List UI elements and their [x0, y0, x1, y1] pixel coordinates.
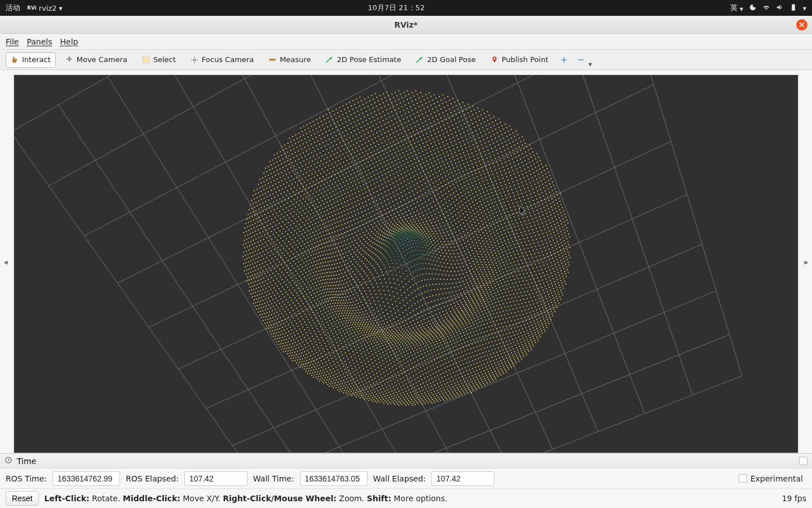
measure-icon — [268, 56, 276, 64]
wall-time-label: Wall Time: — [253, 474, 294, 483]
volume-icon[interactable] — [776, 3, 784, 13]
experimental-checkbox[interactable] — [739, 474, 747, 483]
render-viewport[interactable] — [14, 75, 798, 453]
close-icon — [799, 22, 805, 28]
clock-icon — [5, 456, 12, 466]
svg-rect-4 — [579, 59, 584, 60]
tool-measure-label: Measure — [280, 55, 311, 64]
tool-select-label: Select — [153, 55, 176, 64]
activities-button[interactable]: 活动 — [6, 3, 20, 13]
window-close-button[interactable] — [796, 19, 807, 30]
window-titlebar[interactable]: RViz* — [0, 16, 812, 34]
tool-2d-goal-pose[interactable]: 2D Goal Pose — [411, 52, 480, 68]
tool-interact[interactable]: Interact — [6, 52, 56, 68]
focus-camera-icon — [191, 56, 198, 64]
system-topbar: 活动 RVi rviz2 ▼ 10月7日 21：52 英 ▼ ▼ — [0, 0, 812, 16]
time-panel-toggle-checkbox[interactable] — [799, 457, 807, 465]
ros-time-label: ROS Time: — [6, 474, 47, 483]
ros-time-field[interactable] — [52, 471, 120, 486]
network-icon[interactable] — [762, 3, 770, 13]
tool-goal-pose-label: 2D Goal Pose — [427, 55, 475, 64]
toolbar-overflow-chevron-icon[interactable]: ▼ — [588, 62, 592, 67]
tool-focus-camera-label: Focus Camera — [202, 55, 254, 64]
select-icon — [142, 56, 150, 64]
tool-pose-estimate-label: 2D Pose Estimate — [337, 55, 401, 64]
menu-file[interactable]: File — [6, 37, 19, 46]
view-area: ◂ ▸ — [0, 70, 812, 453]
toolbar-remove-button[interactable] — [575, 54, 587, 66]
wall-elapsed-label: Wall Elapsed: — [373, 474, 426, 483]
tool-move-camera-label: Move Camera — [77, 55, 127, 64]
tool-publish-point-label: Publish Point — [502, 55, 549, 64]
time-panel-title: Time — [17, 457, 36, 466]
time-values-row: ROS Time: ROS Elapsed: Wall Time: Wall E… — [0, 468, 812, 489]
right-dock-handle[interactable]: ▸ — [803, 251, 810, 273]
experimental-label: Experimental — [751, 474, 803, 483]
status-bar: Reset Left-Click: Rotate. Middle-Click: … — [0, 489, 812, 508]
chevron-down-icon: ▼ — [59, 6, 63, 11]
time-panel: Time ROS Time: ROS Elapsed: Wall Time: W… — [0, 453, 812, 489]
interact-icon — [11, 56, 19, 64]
input-method-indicator[interactable]: 英 ▼ — [730, 3, 743, 13]
svg-rect-1 — [144, 58, 148, 62]
app-menu-label: rviz2 — [39, 4, 57, 12]
app-indicator-icon: RVi — [27, 5, 37, 11]
tool-measure[interactable]: Measure — [263, 52, 316, 68]
toolbar: Interact Move Camera Select Focus Camera… — [0, 50, 812, 70]
pointcloud-canvas — [14, 75, 798, 453]
system-menu-chevron-icon[interactable]: ▼ — [803, 6, 806, 11]
battery-icon[interactable] — [789, 3, 797, 13]
tool-select[interactable]: Select — [137, 52, 181, 68]
night-mode-icon[interactable] — [749, 3, 757, 13]
goal-pose-icon — [416, 56, 423, 64]
window-title: RViz* — [394, 20, 418, 29]
time-panel-header[interactable]: Time — [0, 454, 812, 468]
publish-point-icon — [491, 56, 498, 64]
fps-label: 19 fps — [782, 494, 806, 503]
toolbar-add-button[interactable] — [558, 54, 570, 66]
move-camera-icon — [65, 56, 73, 64]
menu-help[interactable]: Help — [60, 37, 78, 46]
svg-point-2 — [193, 59, 196, 61]
clock-label[interactable]: 10月7日 21：52 — [368, 3, 425, 13]
wall-time-field[interactable] — [300, 471, 368, 486]
ros-elapsed-label: ROS Elapsed: — [126, 474, 179, 483]
tool-publish-point[interactable]: Publish Point — [486, 52, 554, 68]
app-menu[interactable]: RVi rviz2 ▼ — [27, 4, 63, 12]
tool-move-camera[interactable]: Move Camera — [60, 52, 133, 68]
tool-focus-camera[interactable]: Focus Camera — [186, 52, 259, 68]
wall-elapsed-field[interactable] — [431, 471, 495, 486]
tool-interact-label: Interact — [22, 55, 51, 64]
reset-button[interactable]: Reset — [6, 491, 39, 506]
interaction-hints: Left-Click: Rotate. Middle-Click: Move X… — [45, 494, 448, 503]
left-dock-handle[interactable]: ◂ — [2, 251, 9, 273]
menubar: File Panels Help — [0, 34, 812, 50]
pose-estimate-icon — [325, 56, 333, 64]
ros-elapsed-field[interactable] — [184, 471, 248, 486]
menu-panels[interactable]: Panels — [27, 37, 52, 46]
tool-2d-pose-estimate[interactable]: 2D Pose Estimate — [320, 52, 406, 68]
